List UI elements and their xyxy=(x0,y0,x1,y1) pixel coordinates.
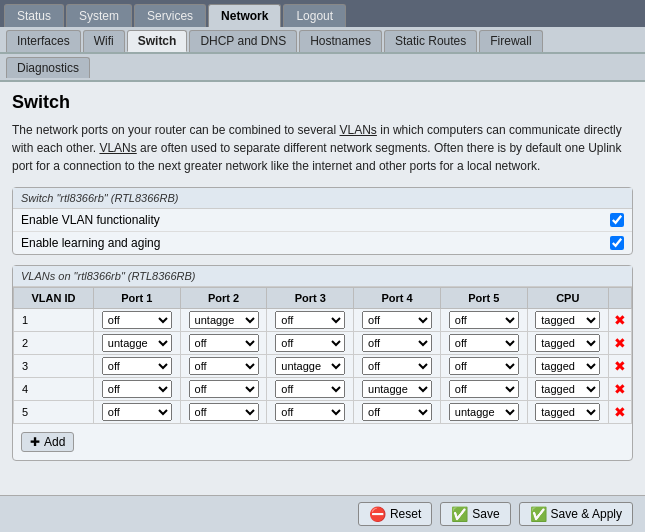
row5-port5-select[interactable]: offuntaggetagged xyxy=(449,403,519,421)
vlan-id-3: 3 xyxy=(14,355,94,378)
row2-port4-select[interactable]: offuntaggetagged xyxy=(362,334,432,352)
subtab-switch[interactable]: Switch xyxy=(127,30,188,52)
row2-port2-cell: offuntaggetagged xyxy=(180,332,267,355)
row1-port1-select[interactable]: offuntaggetagged xyxy=(102,311,172,329)
row5-port4-cell: offuntaggetagged xyxy=(354,401,441,424)
row4-port4-select[interactable]: offuntaggetagged xyxy=(362,380,432,398)
description-text: The network ports on your router can be … xyxy=(12,121,633,175)
row2-cpu-select[interactable]: offuntaggedtagged xyxy=(535,334,600,352)
vlan-id-4: 4 xyxy=(14,378,94,401)
vlan-table: VLAN ID Port 1 Port 2 Port 3 Port 4 Port… xyxy=(13,287,632,424)
subtab-hostnames[interactable]: Hostnames xyxy=(299,30,382,52)
row4-port1-cell: offuntaggetagged xyxy=(94,378,181,401)
row1-port1-cell: offuntaggetagged xyxy=(94,309,181,332)
tab-logout[interactable]: Logout xyxy=(283,4,346,27)
row5-port2-select[interactable]: offuntaggetagged xyxy=(189,403,259,421)
row3-port4-select[interactable]: offuntaggetagged xyxy=(362,357,432,375)
save-apply-label: Save & Apply xyxy=(551,507,622,521)
tab-services[interactable]: Services xyxy=(134,4,206,27)
save-button[interactable]: ✅ Save xyxy=(440,502,510,526)
subtab-dhcp-dns[interactable]: DHCP and DNS xyxy=(189,30,297,52)
row3-cpu-cell: offuntaggedtagged xyxy=(527,355,608,378)
row4-port5-select[interactable]: offuntaggetagged xyxy=(449,380,519,398)
row3-port3-select[interactable]: offuntaggetagged xyxy=(275,357,345,375)
table-row: 1offuntaggetaggedoffuntaggetaggedoffunta… xyxy=(14,309,632,332)
row3-port4-cell: offuntaggetagged xyxy=(354,355,441,378)
row2-port5-cell: offuntaggetagged xyxy=(440,332,527,355)
row1-delete-cell: ✖ xyxy=(608,309,631,332)
col-port3: Port 3 xyxy=(267,288,354,309)
enable-learning-label: Enable learning and aging xyxy=(21,236,610,250)
table-row: 4offuntaggetaggedoffuntaggetaggedoffunta… xyxy=(14,378,632,401)
row1-delete-button[interactable]: ✖ xyxy=(614,312,626,328)
row4-port3-select[interactable]: offuntaggetagged xyxy=(275,380,345,398)
add-row: ✚ Add xyxy=(13,424,632,460)
row3-delete-button[interactable]: ✖ xyxy=(614,358,626,374)
row1-port4-select[interactable]: offuntaggetagged xyxy=(362,311,432,329)
row2-port3-cell: offuntaggetagged xyxy=(267,332,354,355)
row3-port2-select[interactable]: offuntaggetagged xyxy=(189,357,259,375)
subtab-static-routes[interactable]: Static Routes xyxy=(384,30,477,52)
row1-port2-cell: offuntaggetagged xyxy=(180,309,267,332)
row2-port5-select[interactable]: offuntaggetagged xyxy=(449,334,519,352)
row2-port1-select[interactable]: offuntaggetagged xyxy=(102,334,172,352)
row4-port1-select[interactable]: offuntaggetagged xyxy=(102,380,172,398)
row1-port3-cell: offuntaggetagged xyxy=(267,309,354,332)
save-apply-icon: ✅ xyxy=(530,506,547,522)
tab-status[interactable]: Status xyxy=(4,4,64,27)
top-tab-bar: Status System Services Network Logout xyxy=(0,0,645,27)
subtab-firewall[interactable]: Firewall xyxy=(479,30,542,52)
tab-network[interactable]: Network xyxy=(208,4,281,27)
subtab-interfaces[interactable]: Interfaces xyxy=(6,30,81,52)
row4-delete-button[interactable]: ✖ xyxy=(614,381,626,397)
row5-cpu-cell: offuntaggedtagged xyxy=(527,401,608,424)
subtab-diagnostics[interactable]: Diagnostics xyxy=(6,57,90,78)
subtab-wifi[interactable]: Wifi xyxy=(83,30,125,52)
row4-port4-cell: offuntaggetagged xyxy=(354,378,441,401)
row5-port1-select[interactable]: offuntaggetagged xyxy=(102,403,172,421)
vlan-id-5: 5 xyxy=(14,401,94,424)
sub-nav-row2: Diagnostics xyxy=(0,54,645,82)
reset-icon: ⛔ xyxy=(369,506,386,522)
table-row: 5offuntaggetaggedoffuntaggetaggedoffunta… xyxy=(14,401,632,424)
row5-cpu-select[interactable]: offuntaggedtagged xyxy=(535,403,600,421)
tab-system[interactable]: System xyxy=(66,4,132,27)
vlan-id-2: 2 xyxy=(14,332,94,355)
row5-delete-button[interactable]: ✖ xyxy=(614,404,626,420)
col-port5: Port 5 xyxy=(440,288,527,309)
row2-port2-select[interactable]: offuntaggetagged xyxy=(189,334,259,352)
enable-learning-row: Enable learning and aging xyxy=(13,232,632,254)
row1-cpu-select[interactable]: offuntaggedtagged xyxy=(535,311,600,329)
row3-cpu-select[interactable]: offuntaggedtagged xyxy=(535,357,600,375)
row1-cpu-cell: offuntaggedtagged xyxy=(527,309,608,332)
main-content: Switch The network ports on your router … xyxy=(0,82,645,502)
row1-port3-select[interactable]: offuntaggetagged xyxy=(275,311,345,329)
row3-port1-select[interactable]: offuntaggetagged xyxy=(102,357,172,375)
add-button[interactable]: ✚ Add xyxy=(21,432,74,452)
save-icon: ✅ xyxy=(451,506,468,522)
save-label: Save xyxy=(472,507,499,521)
row5-port5-cell: offuntaggetagged xyxy=(440,401,527,424)
table-row: 3offuntaggetaggedoffuntaggetaggedoffunta… xyxy=(14,355,632,378)
row4-port2-select[interactable]: offuntaggetagged xyxy=(189,380,259,398)
col-del xyxy=(608,288,631,309)
reset-button[interactable]: ⛔ Reset xyxy=(358,502,432,526)
enable-learning-checkbox[interactable] xyxy=(610,236,624,250)
row1-port5-select[interactable]: offuntaggetagged xyxy=(449,311,519,329)
save-apply-button[interactable]: ✅ Save & Apply xyxy=(519,502,633,526)
vlan-table-header: VLAN ID Port 1 Port 2 Port 3 Port 4 Port… xyxy=(14,288,632,309)
row1-port2-select[interactable]: offuntaggetagged xyxy=(189,311,259,329)
row5-port1-cell: offuntaggetagged xyxy=(94,401,181,424)
row2-port3-select[interactable]: offuntaggetagged xyxy=(275,334,345,352)
enable-vlan-checkbox[interactable] xyxy=(610,213,624,227)
row3-port2-cell: offuntaggetagged xyxy=(180,355,267,378)
add-label: Add xyxy=(44,435,65,449)
row5-port4-select[interactable]: offuntaggetagged xyxy=(362,403,432,421)
row4-cpu-select[interactable]: offuntaggedtagged xyxy=(535,380,600,398)
row4-delete-cell: ✖ xyxy=(608,378,631,401)
row2-delete-button[interactable]: ✖ xyxy=(614,335,626,351)
col-vlan-id: VLAN ID xyxy=(14,288,94,309)
row3-port5-select[interactable]: offuntaggetagged xyxy=(449,357,519,375)
row2-delete-cell: ✖ xyxy=(608,332,631,355)
row5-port3-select[interactable]: offuntaggetagged xyxy=(275,403,345,421)
